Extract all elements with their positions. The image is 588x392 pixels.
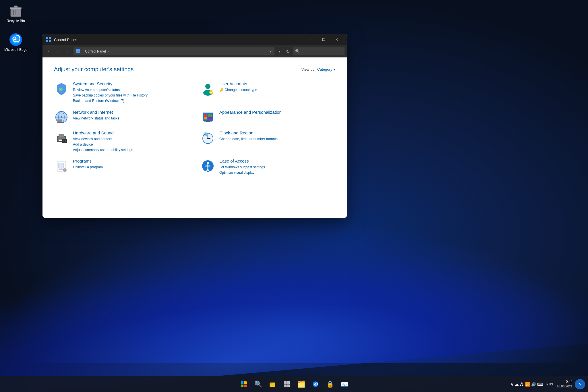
window-controls: ─ ☐ ✕: [304, 35, 343, 44]
content-header: Adjust your computer's settings View by:…: [54, 66, 335, 73]
mail-taskbar-button[interactable]: 📧: [338, 378, 351, 391]
maximize-button[interactable]: ☐: [317, 35, 330, 44]
network-tray-icon[interactable]: 🖧: [520, 382, 524, 387]
svg-rect-11: [76, 49, 78, 51]
svg-rect-31: [208, 117, 212, 119]
system-security-link-2[interactable]: Save backup copies of your files with Fi…: [73, 93, 189, 98]
svg-rect-14: [78, 51, 80, 53]
svg-point-52: [63, 168, 67, 172]
address-dropdown-arrow[interactable]: ▼: [269, 50, 272, 53]
ease-title[interactable]: Ease of Access: [219, 159, 335, 163]
user-accounts-content: User Accounts 🔑 Change account type: [219, 81, 335, 93]
category-programs: Programs Uninstall a program: [54, 159, 189, 175]
network-content: Network and Internet View network status…: [73, 110, 189, 121]
content-area: Adjust your computer's settings View by:…: [42, 57, 347, 218]
volume-icon[interactable]: 🔊: [531, 382, 536, 387]
svg-rect-60: [244, 381, 247, 384]
category-ease: Ease of Access Let Windows suggest setti…: [200, 159, 335, 175]
start-button[interactable]: [237, 378, 250, 391]
system-security-link-1[interactable]: Review your computer's status: [73, 87, 189, 93]
folder-taskbar-button[interactable]: 🗂️: [295, 378, 307, 391]
task-view-button[interactable]: [281, 378, 293, 391]
hardware-link-3[interactable]: Adjust commonly used mobility settings: [73, 147, 189, 153]
address-dropdown-button[interactable]: ▼: [277, 47, 283, 55]
edge-taskbar-button[interactable]: [309, 378, 322, 391]
recycle-bin-icon[interactable]: Recycle Bin: [3, 3, 29, 24]
refresh-button[interactable]: ↻: [284, 47, 292, 55]
system-security-content: System and Security Review your computer…: [73, 81, 189, 104]
svg-rect-51: [59, 169, 64, 170]
window-title: Control Panel: [54, 38, 304, 42]
notification-button[interactable]: 5: [575, 379, 585, 389]
clock-time: 0:44: [557, 379, 572, 384]
svg-point-15: [59, 88, 63, 91]
security-taskbar-button[interactable]: 🔒: [324, 378, 336, 391]
svg-rect-62: [244, 385, 247, 387]
hardware-link-2[interactable]: Add a device: [73, 142, 189, 147]
title-bar: Control Panel ─ ☐ ✕: [42, 34, 347, 45]
svg-rect-30: [204, 117, 207, 119]
breadcrumb-control-panel[interactable]: Control Panel: [85, 49, 106, 53]
user-accounts-link-1[interactable]: 🔑 Change account type: [219, 87, 335, 93]
appearance-title[interactable]: Appearance and Personalization: [219, 110, 335, 115]
breadcrumb-separator-2: ›: [108, 49, 109, 53]
svg-rect-50: [59, 163, 64, 168]
programs-link-1[interactable]: Uninstall a program: [73, 165, 189, 170]
language-indicator[interactable]: ENG: [546, 383, 553, 386]
svg-rect-67: [287, 381, 290, 384]
file-explorer-button[interactable]: [266, 378, 279, 391]
taskbar: 🔍 🗂️: [0, 376, 588, 392]
keyboard-icon[interactable]: ⌨: [537, 382, 543, 387]
category-clock: 🌍 Clock and Region Change date, time, or…: [200, 130, 335, 153]
programs-title[interactable]: Programs: [73, 159, 189, 163]
cloud-icon[interactable]: ☁: [515, 382, 519, 387]
control-panel-window: Control Panel ─ ☐ ✕ ‹ › ↑: [42, 34, 347, 218]
svg-rect-69: [287, 385, 290, 387]
svg-rect-8: [49, 37, 51, 39]
view-by-value[interactable]: Category ▾: [317, 67, 335, 72]
hardware-title[interactable]: Hardware and Sound: [73, 130, 189, 135]
network-link-1[interactable]: View network status and tasks: [73, 116, 189, 121]
svg-rect-29: [208, 114, 212, 117]
system-security-title[interactable]: System and Security: [73, 81, 189, 86]
up-button[interactable]: ↑: [63, 47, 71, 55]
network-icon: [54, 110, 69, 125]
svg-rect-65: [270, 383, 272, 384]
search-box[interactable]: 🔍: [293, 47, 345, 55]
forward-button[interactable]: ›: [54, 47, 62, 55]
ease-link-2[interactable]: Optimize visual display: [219, 170, 335, 175]
minimize-button[interactable]: ─: [304, 35, 317, 44]
address-bar[interactable]: › Control Panel › ▼: [74, 47, 274, 55]
svg-rect-10: [49, 40, 51, 42]
search-taskbar-button[interactable]: 🔍: [252, 378, 264, 391]
taskbar-right: ∧ ☁ 🖧 📶 🔊 ⌨ ENG 0:44 16.06.2021 5: [510, 379, 585, 389]
system-clock[interactable]: 0:44 16.06.2021: [557, 379, 572, 389]
programs-icon: [54, 159, 69, 173]
user-accounts-title[interactable]: User Accounts: [219, 81, 335, 86]
svg-point-23: [61, 116, 62, 118]
category-user-accounts: User Accounts 🔑 Change account type: [200, 81, 335, 104]
user-accounts-icon: [200, 81, 215, 96]
hardware-link-1[interactable]: View devices and printers: [73, 136, 189, 142]
svg-rect-12: [78, 49, 80, 51]
appearance-content: Appearance and Personalization: [219, 110, 335, 116]
programs-content: Programs Uninstall a program: [73, 159, 189, 170]
svg-text:🌍: 🌍: [205, 133, 208, 136]
clock-link-1[interactable]: Change date, time, or number formats: [219, 136, 335, 142]
ease-icon: [200, 159, 215, 173]
close-button[interactable]: ✕: [330, 35, 343, 44]
address-icon: [76, 49, 80, 54]
system-security-link-3[interactable]: Backup and Restore (Windows 7): [73, 98, 189, 104]
svg-rect-7: [46, 37, 48, 39]
system-tray-icons: ∧ ☁ 🖧 📶 🔊 ⌨: [510, 381, 543, 387]
wifi-icon[interactable]: 📶: [525, 382, 530, 387]
svg-rect-68: [284, 385, 287, 387]
network-title[interactable]: Network and Internet: [73, 110, 189, 115]
desktop: Recycle Bin Microsoft Edge: [0, 0, 588, 392]
chevron-up-icon[interactable]: ∧: [510, 381, 514, 387]
clock-title[interactable]: Clock and Region: [219, 130, 335, 135]
clock-icon: 🌍: [200, 130, 215, 145]
edge-desktop-icon[interactable]: Microsoft Edge: [3, 32, 29, 53]
ease-link-1[interactable]: Let Windows suggest settings: [219, 165, 335, 170]
back-button[interactable]: ‹: [45, 47, 53, 55]
